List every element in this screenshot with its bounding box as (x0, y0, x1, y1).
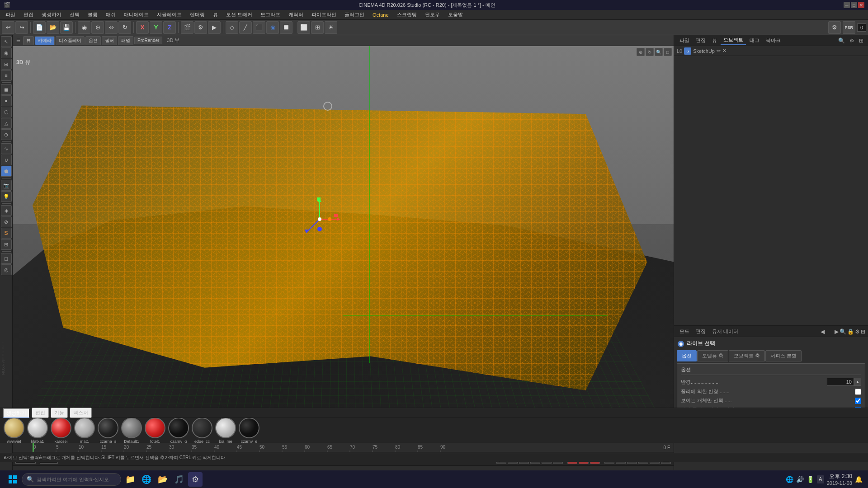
props-tab-mode[interactable]: 모드 (677, 327, 692, 336)
material-bia-me[interactable]: bia_me (215, 418, 236, 443)
scale-button[interactable]: ⇔ (105, 21, 118, 34)
tray-volume-icon[interactable]: 🔊 (796, 476, 804, 483)
menu-animate[interactable]: 애니메이트 (120, 10, 152, 19)
taskbar-edge[interactable]: 🌐 (139, 472, 154, 487)
tool-select[interactable]: ◉ (1, 47, 12, 58)
tool-s[interactable]: S (1, 228, 12, 239)
rotate-button[interactable]: ↻ (118, 21, 131, 34)
undo-button[interactable]: ↩ (2, 21, 14, 34)
camera-tab[interactable]: 카메라 (35, 36, 55, 45)
new-button[interactable]: 📄 (33, 21, 46, 34)
menu-motion-tracker[interactable]: 모션 트래커 (222, 10, 256, 19)
tray-korean-indicator[interactable]: A (817, 475, 824, 483)
material-default1[interactable]: Default1 (121, 418, 142, 443)
prorender-tab[interactable]: ProRender (134, 37, 162, 44)
poly-radius-checkbox[interactable] (855, 389, 861, 395)
obj-tab-edit[interactable]: 편집 (693, 36, 708, 45)
obj-tab-bookmarks[interactable]: 북마크 (763, 36, 783, 45)
vp-move-icon[interactable]: ⊕ (637, 48, 645, 56)
visible-only-checkbox[interactable] (855, 398, 861, 404)
tool-grid[interactable]: ⊞ (1, 239, 12, 250)
tool-cylinder[interactable]: ⬡ (1, 107, 12, 117)
menu-volume[interactable]: 볼륨 (84, 10, 101, 19)
menu-simulate[interactable]: 시뮬레이트 (153, 10, 185, 19)
props-lock-icon[interactable]: 🔒 (847, 328, 854, 335)
close-button[interactable]: ✕ (858, 2, 864, 8)
menu-render[interactable]: 렌더링 (186, 10, 208, 19)
menu-window[interactable]: 윈도우 (421, 10, 443, 19)
maximize-button[interactable]: □ (851, 2, 857, 8)
psr-settings-button[interactable]: ⚙ (828, 21, 841, 34)
props-prev-icon[interactable]: ◀ (821, 328, 825, 335)
object-mode-button[interactable]: ◉ (266, 21, 279, 34)
light-button[interactable]: ☀ (325, 21, 337, 34)
menu-view[interactable]: 뷰 (209, 10, 222, 19)
radius-input[interactable] (827, 378, 854, 386)
tool-light[interactable]: 💡 (1, 191, 12, 202)
menu-plugins[interactable]: 플러그인 (341, 10, 368, 19)
radius-spinner-up[interactable]: ▲ (854, 378, 861, 386)
mat-tab-create[interactable]: 생성하기 (3, 408, 30, 418)
obj-tab-objects[interactable]: 오브젝트 (721, 36, 746, 45)
point-mode-button[interactable]: ◇ (226, 21, 238, 34)
taskbar-app1[interactable]: 🎵 (172, 472, 186, 487)
minimize-button[interactable]: ─ (844, 2, 850, 8)
texture-mode-button[interactable]: 🔲 (280, 21, 292, 34)
tray-notification-icon[interactable]: 🔔 (855, 476, 863, 483)
tool-effector[interactable]: ⊘ (1, 216, 12, 227)
move-button[interactable]: ⊕ (91, 21, 104, 34)
sketch-edit-icon[interactable]: ✏ (717, 48, 721, 54)
props-search-icon[interactable]: 🔍 (840, 328, 846, 335)
redo-button[interactable]: ↪ (15, 21, 28, 34)
material-czarny-g[interactable]: czarny_g (168, 418, 189, 443)
tool-3[interactable]: ≡ (1, 70, 12, 81)
obj-tab-file[interactable]: 파일 (677, 36, 692, 45)
panel-tab[interactable]: 패널 (118, 36, 133, 45)
taskbar-file-explorer[interactable]: 📁 (123, 472, 137, 487)
menu-select[interactable]: 선택 (66, 10, 83, 19)
ls-tab-model-axis[interactable]: 모델용 축 (697, 350, 728, 361)
props-tab-userdata[interactable]: 유저 데이터 (709, 327, 741, 336)
psr-button[interactable]: PSR (843, 21, 855, 34)
menu-scripting[interactable]: 스크립팅 (393, 10, 420, 19)
menu-edit[interactable]: 편집 (20, 10, 37, 19)
material-fotel1[interactable]: fotel1 (145, 418, 165, 443)
display-tab[interactable]: 디스플레이 (56, 36, 85, 45)
tool-deformer[interactable]: ◈ (1, 205, 12, 216)
vp-zoom-icon[interactable]: 🔍 (655, 48, 663, 56)
tool-extra1[interactable]: ◻ (1, 253, 12, 264)
tool-null[interactable]: ⊕ (1, 129, 12, 140)
render-settings-button[interactable]: ⚙ (194, 21, 207, 34)
material-klatka1[interactable]: klatka1 (27, 418, 48, 443)
filter-tab[interactable]: 필터 (102, 36, 117, 45)
menu-file[interactable]: 파일 (2, 10, 19, 19)
tray-network-icon[interactable]: 🌐 (786, 476, 793, 483)
mat-tab-function[interactable]: 기능 (51, 408, 68, 418)
props-layout-icon[interactable]: ⊞ (861, 328, 865, 335)
render-view-button[interactable]: 🎬 (181, 21, 193, 34)
perspective-button[interactable]: ⬜ (297, 21, 310, 34)
obj-search-icon[interactable]: 🔍 (836, 38, 847, 44)
ls-tab-options[interactable]: 옵션 (677, 350, 697, 361)
save-button[interactable]: 💾 (60, 21, 73, 34)
obj-layout-icon[interactable]: ⊞ (857, 38, 865, 44)
material-czarny-e[interactable]: czarny_e (239, 418, 259, 443)
tool-cube[interactable]: ◼ (1, 84, 12, 95)
taskbar-folder[interactable]: 📂 (156, 472, 170, 487)
start-button[interactable] (5, 472, 20, 487)
taskbar-app2[interactable]: ⚙ (188, 472, 203, 487)
material-wywyiet[interactable]: wywyiet (4, 418, 24, 443)
x-axis-button[interactable]: X (136, 21, 149, 34)
tool-sphere[interactable]: ● (1, 95, 12, 106)
obj-tab-tags[interactable]: 태그 (747, 36, 762, 45)
transform-gizmo[interactable] (297, 197, 342, 242)
tool-spline[interactable]: ∿ (1, 143, 12, 154)
render-button[interactable]: ▶ (208, 21, 221, 34)
tool-extra2[interactable]: ◎ (1, 264, 12, 275)
ls-tab-surface[interactable]: 서피스 분할 (765, 350, 802, 361)
menu-help[interactable]: 도움말 (444, 10, 467, 19)
tool-polygon[interactable]: ⬟ (1, 166, 12, 177)
material-czarna-s[interactable]: czarna_s (98, 418, 118, 443)
viewport[interactable]: 3D 뷰 그리드 간격 : 100 cm ⊕ ↻ 🔍 □ X Y Z (13, 46, 674, 442)
options-tab[interactable]: 옵션 (85, 36, 101, 45)
